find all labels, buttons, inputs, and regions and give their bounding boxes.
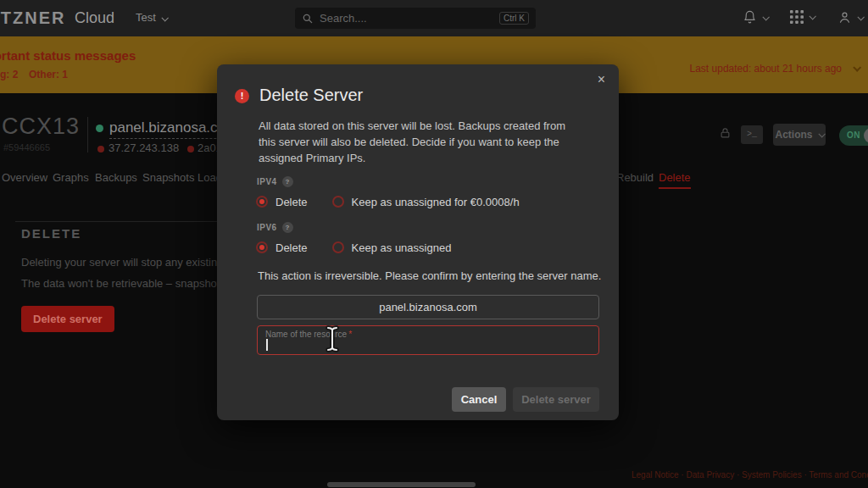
project-selector[interactable]: Test	[136, 11, 167, 24]
help-icon[interactable]: ?	[282, 222, 293, 233]
confirm-instruction-text: This action is irreversible. Please conf…	[258, 269, 601, 282]
power-toggle[interactable]: ON	[839, 125, 868, 146]
brand-logo[interactable]: HETZNER	[0, 8, 65, 28]
delete-server-modal: × ! Delete Server All data stored on thi…	[217, 64, 619, 420]
actions-label: Actions	[775, 129, 812, 141]
server-running-dot	[96, 125, 103, 132]
delete-section-text-line1: Deleting your server will stop any exist…	[21, 256, 223, 269]
bottom-scrub-bar	[327, 482, 476, 487]
close-icon[interactable]: ×	[598, 73, 605, 86]
search-shortcut-badge: Ctrl K	[499, 12, 529, 25]
resource-name-input[interactable]	[264, 339, 587, 352]
actions-dropdown-button[interactable]: Actions	[773, 124, 826, 146]
bell-icon	[743, 10, 757, 25]
ipv6-options-row: Delete Keep as unassigned	[256, 241, 451, 254]
ipv6-label-text: IPV6	[257, 223, 277, 232]
text-caret	[266, 339, 268, 351]
server-name-display-box: panel.bizanosa.com	[257, 295, 599, 319]
chevron-down-icon	[818, 130, 825, 137]
toggle-knob	[864, 128, 868, 143]
account-menu-button[interactable]	[837, 10, 863, 25]
ipv4-options-row: Delete Keep as unassigned for €0.0008/h	[256, 195, 520, 208]
help-icon[interactable]: ?	[282, 176, 293, 187]
text-cursor-icon	[325, 324, 340, 353]
modal-body-text: All data stored on this server will be l…	[259, 118, 579, 166]
protection-lock-icon	[719, 127, 732, 140]
ipv6-keep-label[interactable]: Keep as unassigned	[352, 241, 452, 254]
search-icon	[302, 13, 314, 25]
brand-product-label: Cloud	[75, 9, 114, 27]
tab-rebuild[interactable]: Rebuild	[616, 171, 654, 184]
status-other-count: Other: 1	[29, 69, 68, 80]
top-navigation-bar: HETZNER Cloud Test Ctrl K	[0, 0, 868, 36]
tab-overview[interactable]: Overview	[2, 171, 47, 184]
search-bar[interactable]: Ctrl K	[295, 8, 536, 29]
tab-graphs[interactable]: Graphs	[53, 171, 89, 184]
ipv4-keep-label[interactable]: Keep as unassigned for €0.0008/h	[352, 196, 520, 208]
header-divider	[87, 117, 88, 152]
alert-icon: !	[235, 89, 249, 103]
person-icon	[837, 10, 852, 25]
apps-menu-button[interactable]	[790, 10, 815, 24]
ipv6-delete-label[interactable]: Delete	[275, 241, 308, 254]
delete-section-heading: DELETE	[21, 226, 81, 241]
server-ipv4-address: 37.27.243.138	[108, 141, 179, 154]
project-name: Test	[136, 11, 156, 24]
ipv6-keep-radio[interactable]	[332, 241, 344, 253]
ipv4-delete-radio-selected[interactable]	[256, 196, 268, 208]
ipv6-section-label: IPV6 ?	[257, 222, 293, 233]
modal-title: Delete Server	[259, 86, 363, 105]
console-button[interactable]: >_	[741, 125, 763, 144]
modal-delete-server-button[interactable]: Delete server	[513, 387, 599, 412]
ipv4-dot	[97, 146, 104, 152]
ipv4-delete-label[interactable]: Delete	[275, 196, 308, 208]
chevron-down-icon	[857, 14, 864, 20]
chevron-down-icon	[161, 14, 168, 21]
screen: HETZNER Cloud Test Ctrl K Important stat…	[0, 0, 868, 488]
tab-delete-active[interactable]: Delete	[659, 171, 691, 189]
banner-expand-chevron-icon[interactable]	[853, 64, 861, 72]
delete-section-text-line2: The data won't be retrievable – snapshot…	[21, 277, 225, 290]
required-marker: *	[348, 330, 352, 339]
tab-snapshots[interactable]: Snapshots	[142, 171, 194, 184]
ipv4-label-text: IPV4	[257, 177, 277, 186]
status-banner-title: Important status messages	[0, 48, 136, 63]
status-ongoing-count: Ongoing: 2	[0, 69, 18, 80]
tab-backups[interactable]: Backups	[95, 171, 137, 184]
ipv4-section-label: IPV4 ?	[257, 176, 293, 187]
ipv6-delete-radio-selected[interactable]	[256, 241, 268, 253]
status-last-updated: Last updated: about 21 hours ago	[690, 63, 842, 75]
notifications-button[interactable]	[743, 10, 768, 25]
apps-grid-icon	[790, 10, 804, 24]
chevron-down-icon	[762, 14, 769, 20]
ipv4-keep-radio[interactable]	[332, 196, 344, 208]
chevron-down-icon	[809, 13, 815, 19]
server-id: #59446665	[3, 142, 50, 152]
power-state-label: ON	[847, 130, 860, 140]
server-type: CCX13	[2, 114, 80, 140]
resource-name-field[interactable]: Name of the resource*	[257, 325, 599, 355]
ipv6-dot	[187, 146, 194, 152]
delete-server-button[interactable]: Delete server	[21, 306, 114, 332]
search-input[interactable]	[320, 12, 499, 25]
cancel-button[interactable]: Cancel	[452, 387, 506, 412]
footer-legal-links[interactable]: Legal Notice · Data Privacy · System Pol…	[632, 470, 868, 480]
